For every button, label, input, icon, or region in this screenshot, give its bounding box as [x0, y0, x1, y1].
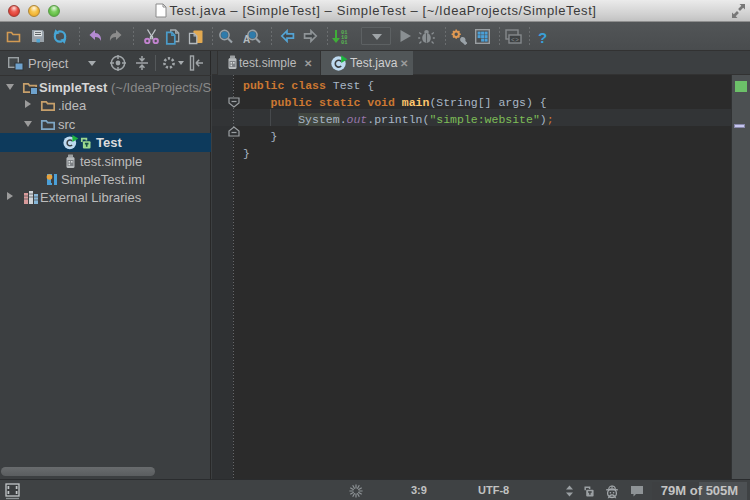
svg-text:?: ? [538, 29, 547, 45]
svg-text:A: A [243, 34, 250, 44]
svg-text:01: 01 [341, 40, 347, 45]
svg-text:<>: <> [511, 37, 519, 44]
